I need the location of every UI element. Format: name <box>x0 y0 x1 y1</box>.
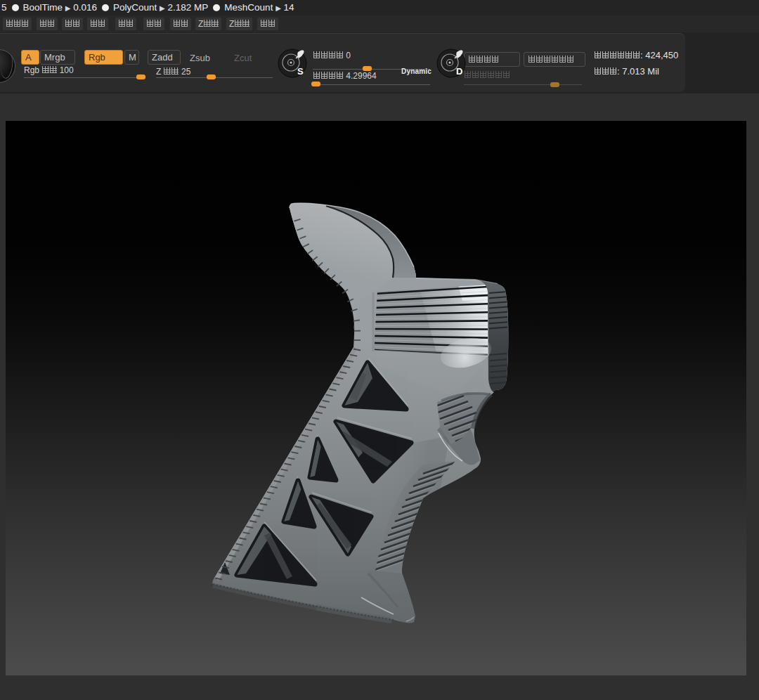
svg-text:D: D <box>456 66 462 77</box>
svg-text:S: S <box>297 66 304 77</box>
